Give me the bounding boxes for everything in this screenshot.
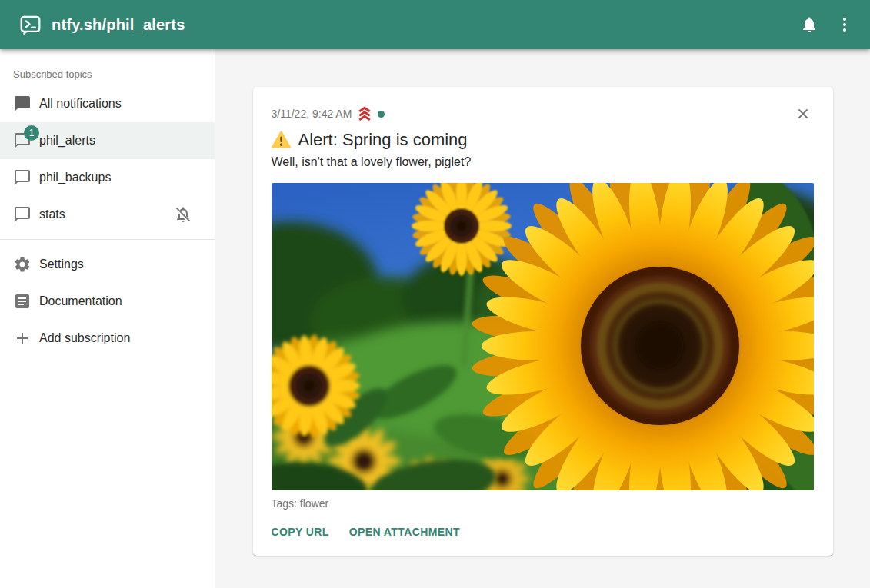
notification-card: 3/11/22, 9:42 AM: [253, 87, 833, 556]
unread-count-badge: 1: [24, 125, 39, 141]
subscribed-topics-label: Subscribed topics: [0, 49, 215, 85]
sidebar-item-label: stats: [39, 208, 65, 221]
sidebar: Subscribed topics All notifications 1 ph…: [0, 49, 215, 588]
notification-meta: 3/11/22, 9:42 AM: [272, 105, 815, 122]
sidebar-item-stats[interactable]: stats: [0, 196, 215, 233]
notification-title-row: Alert: Spring is coming: [272, 128, 815, 151]
notification-body: Well, isn't that a lovely flower, piglet…: [272, 154, 815, 171]
sidebar-item-all-notifications[interactable]: All notifications: [0, 85, 215, 122]
open-attachment-button[interactable]: OPEN ATTACHMENT: [349, 519, 460, 545]
sidebar-item-label: Add subscription: [39, 331, 130, 345]
sidebar-item-phil-backups[interactable]: phil_backups: [0, 159, 215, 196]
notification-tags: Tags: flower: [272, 497, 815, 510]
main-content: 3/11/22, 9:42 AM: [215, 49, 870, 588]
priority-high-icon: [356, 105, 373, 122]
sidebar-item-documentation[interactable]: Documentation: [0, 283, 215, 320]
notification-title: Alert: Spring is coming: [298, 128, 468, 151]
sidebar-item-label: All notifications: [39, 97, 122, 111]
close-icon: [795, 106, 811, 121]
sidebar-item-phil-alerts[interactable]: 1 phil_alerts: [0, 122, 215, 159]
chat-bubble-icon: [13, 168, 32, 187]
close-notification-button[interactable]: [792, 102, 815, 125]
sidebar-item-label: Documentation: [39, 294, 122, 308]
app-bar: ntfy.sh/phil_alerts: [0, 0, 870, 49]
notification-actions: COPY URL OPEN ATTACHMENT: [272, 519, 815, 545]
chat-bubble-icon: 1: [13, 131, 32, 150]
sidebar-item-add-subscription[interactable]: Add subscription: [0, 320, 215, 357]
appbar-actions: [792, 7, 862, 42]
sidebar-item-label: Settings: [39, 257, 84, 271]
notification-timestamp: 3/11/22, 9:42 AM: [272, 108, 352, 120]
chat-bubble-icon: [13, 205, 32, 224]
sidebar-item-label: phil_alerts: [39, 134, 95, 148]
plus-icon: [13, 329, 32, 347]
chat-bubble-filled-icon: [13, 95, 32, 113]
attachment-image[interactable]: [272, 183, 814, 490]
bell-icon: [800, 15, 818, 34]
copy-url-button[interactable]: COPY URL: [272, 519, 329, 545]
sidebar-item-settings[interactable]: Settings: [0, 246, 215, 283]
sidebar-divider: [0, 239, 215, 240]
notifications-bell-button[interactable]: [792, 7, 827, 42]
ntfy-logo-icon: [20, 15, 41, 35]
overflow-menu-button[interactable]: [827, 7, 862, 42]
article-icon: [13, 292, 32, 311]
kebab-menu-icon: [835, 15, 854, 34]
unread-dot-icon: [378, 111, 385, 118]
sidebar-item-label: phil_backups: [39, 171, 111, 184]
gear-icon: [13, 255, 32, 274]
bell-off-icon: [174, 205, 192, 224]
page-title: ntfy.sh/phil_alerts: [52, 16, 185, 34]
warning-emoji-icon: [272, 130, 291, 149]
